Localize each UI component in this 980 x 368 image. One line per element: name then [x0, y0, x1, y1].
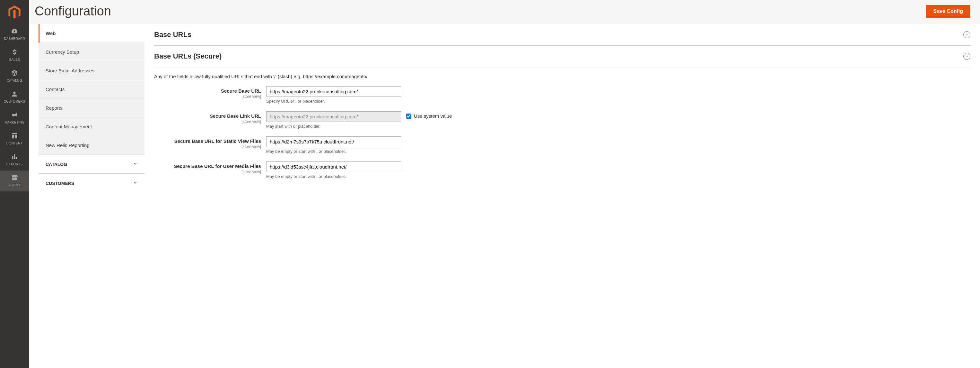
field-scope: [store view] — [154, 94, 261, 99]
magento-logo[interactable] — [0, 0, 29, 24]
group-label: CUSTOMERS — [46, 181, 74, 186]
nav-label: CATALOG — [7, 79, 22, 82]
section-description: Any of the fields allow fully qualified … — [154, 67, 970, 82]
field-secure-base-media-url: Secure Base URL for User Media Files [st… — [154, 158, 970, 183]
nav-sales[interactable]: SALES — [0, 45, 29, 66]
store-icon — [11, 174, 18, 181]
nav-label: SALES — [9, 58, 20, 61]
save-config-button[interactable]: Save Config — [926, 5, 970, 18]
config-content: Base URLs Base URLs (Secure) Any of the … — [145, 24, 980, 194]
box-icon — [11, 69, 18, 77]
nav-label: DASHBOARD — [4, 37, 25, 40]
field-scope: [store view] — [154, 144, 261, 149]
dollar-icon — [11, 48, 18, 56]
nav-label: CUSTOMERS — [4, 100, 25, 103]
nav-label: MARKETING — [5, 121, 24, 124]
page-header: Configuration Save Config — [29, 0, 980, 24]
field-scope: [store view] — [154, 170, 261, 174]
sidebar-tab-contacts[interactable]: Contacts — [38, 80, 145, 99]
chevron-down-icon — [133, 162, 137, 167]
field-secure-base-url: Secure Base URL [store view] Specify URL… — [154, 82, 970, 107]
use-system-label: Use system value — [414, 113, 452, 119]
sidebar-tab-web[interactable]: Web — [38, 24, 145, 43]
secure-base-url-input[interactable] — [266, 86, 401, 97]
field-label: Secure Base URL — [221, 88, 261, 94]
nav-label: CONTENT — [6, 142, 22, 145]
bar-chart-icon — [11, 153, 18, 160]
field-hint: May start with or placeholder. — [266, 124, 401, 129]
field-label: Secure Base URL for User Media Files — [174, 163, 261, 169]
sidebar-tab-store-email[interactable]: Store Email Addresses — [38, 61, 145, 80]
section-title: Base URLs — [154, 30, 191, 39]
page-title: Configuration — [35, 4, 111, 18]
nav-label: STORES — [8, 183, 22, 187]
sidebar-tab-new-relic[interactable]: New Relic Reporting — [38, 136, 145, 155]
nav-content[interactable]: CONTENT — [0, 129, 29, 150]
nav-stores[interactable]: STORES — [0, 171, 29, 191]
sidebar-group-catalog[interactable]: CATALOG — [38, 155, 145, 174]
secure-base-media-url-input[interactable] — [266, 162, 401, 172]
nav-customers[interactable]: CUSTOMERS — [0, 87, 29, 108]
nav-dashboard[interactable]: DASHBOARD — [0, 24, 29, 45]
field-hint: May be empty or start with , or placehol… — [266, 149, 401, 154]
collapse-icon[interactable] — [963, 53, 970, 60]
megaphone-icon — [11, 111, 18, 119]
section-title: Base URLs (Secure) — [154, 52, 221, 61]
sidebar-group-customers[interactable]: CUSTOMERS — [38, 174, 145, 194]
field-secure-base-link-url: Secure Base Link URL [store view] May st… — [154, 107, 970, 133]
layout-icon — [11, 132, 18, 139]
sidebar-tab-currency[interactable]: Currency Setup — [38, 43, 145, 61]
field-hint: Specify URL or , or placeholder. — [266, 99, 401, 104]
config-sidebar: Web Currency Setup Store Email Addresses… — [38, 24, 145, 194]
use-system-checkbox[interactable] — [406, 114, 411, 119]
field-label: Secure Base URL for Static View Files — [174, 138, 261, 144]
field-hint: May be empty or start with , or placehol… — [266, 174, 401, 179]
sidebar-tab-content-mgmt[interactable]: Content Management — [38, 117, 145, 136]
field-scope: [store view] — [154, 119, 261, 124]
section-base-urls[interactable]: Base URLs — [154, 24, 970, 46]
person-icon — [11, 90, 18, 98]
nav-catalog[interactable]: CATALOG — [0, 66, 29, 87]
chevron-down-icon — [133, 181, 137, 186]
expand-icon[interactable] — [963, 31, 970, 38]
sidebar-tab-reports[interactable]: Reports — [38, 99, 145, 117]
field-label: Secure Base Link URL — [210, 113, 261, 119]
use-system-value: Use system value — [406, 111, 452, 119]
nav-label: REPORTS — [6, 162, 22, 166]
admin-nav: DASHBOARD SALES CATALOG CUSTOMERS MARKET… — [0, 0, 29, 194]
section-base-urls-secure[interactable]: Base URLs (Secure) — [154, 46, 970, 67]
nav-reports[interactable]: REPORTS — [0, 150, 29, 171]
secure-base-link-url-input — [266, 111, 401, 122]
group-label: CATALOG — [46, 162, 67, 167]
secure-base-static-url-input[interactable] — [266, 136, 401, 147]
field-secure-base-static-url: Secure Base URL for Static View Files [s… — [154, 133, 970, 158]
gauge-icon — [11, 27, 18, 35]
nav-marketing[interactable]: MARKETING — [0, 108, 29, 129]
